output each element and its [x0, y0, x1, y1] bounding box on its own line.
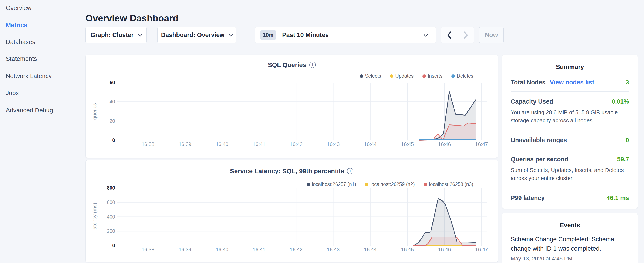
x-tick-label: 16:38: [142, 247, 154, 252]
y-tick-label: 200: [107, 228, 115, 234]
sql-queries-chart-card: SQL Queries i SelectsUpdatesInsertsDelet…: [86, 55, 498, 158]
summary-row-label: P99 latency: [511, 194, 545, 201]
sidebar-item-overview[interactable]: Overview: [6, 4, 32, 12]
service-latency-chart-card: Service Latency: SQL, 99th percentile i …: [86, 160, 498, 262]
sidebar-item-advanced-debug[interactable]: Advanced Debug: [6, 106, 53, 114]
y-tick-label: 600: [107, 200, 115, 205]
toolbar-divider: [244, 28, 245, 42]
summary-row-value: 0: [626, 137, 629, 144]
service-latency-sql-99th-percentile-svg: 16:3816:3916:4016:4116:4216:4316:4416:45…: [86, 160, 498, 263]
x-tick-label: 16:43: [327, 247, 340, 252]
chevron-left-icon: [446, 31, 452, 39]
summary-row-total-nodes: Total Nodes View nodes list 3: [511, 73, 629, 92]
event-list-item[interactable]: Schema Change Completed: Schema change w…: [502, 229, 638, 262]
summary-row-unavailable-ranges: Unavailable ranges 0: [511, 130, 629, 149]
x-tick-label: 16:41: [253, 141, 266, 147]
y-tick-label: 400: [107, 214, 115, 220]
summary-row-p99-latency: P99 latency 46.1 ms: [511, 188, 629, 207]
sidebar-item-databases[interactable]: Databases: [6, 38, 35, 46]
x-tick-label: 16:47: [475, 141, 488, 147]
summary-row-description: Sum of Selects, Updates, Inserts, and De…: [511, 166, 629, 182]
x-tick-label: 16:45: [401, 141, 414, 147]
summary-row-queries-per-second: Queries per second 59.7 Sum of Selects, …: [511, 149, 629, 188]
summary-row-value: 3: [626, 79, 629, 86]
dashboard-dropdown-label: Dashboard: Overview: [161, 32, 224, 39]
chevron-down-icon: [423, 34, 428, 37]
x-tick-label: 16:46: [438, 141, 451, 147]
summary-row-label: Queries per second: [511, 156, 568, 163]
time-range-badge: 10m: [260, 31, 276, 40]
x-tick-label: 16:47: [475, 247, 488, 252]
x-tick-label: 16:44: [364, 247, 377, 252]
y-axis-title: queries: [92, 103, 98, 120]
page-title: Overview Dashboard: [86, 13, 178, 24]
x-tick-label: 16:39: [178, 141, 191, 147]
chevron-down-icon: [228, 32, 233, 37]
x-tick-label: 16:43: [327, 141, 340, 147]
summary-row-value: 59.7: [617, 156, 629, 163]
y-tick-label: 0: [112, 137, 115, 143]
dashboard-dropdown[interactable]: Dashboard: Overview: [157, 27, 236, 43]
summary-panel-title: Summary: [502, 55, 638, 70]
graph-scope-dropdown[interactable]: Graph: Cluster: [86, 27, 147, 43]
x-tick-label: 16:41: [253, 247, 266, 252]
time-range-label: Past 10 Minutes: [282, 32, 423, 39]
summary-row-capacity-used: Capacity Used 0.01% You are using 28.6 M…: [511, 92, 629, 130]
y-tick-label: 20: [110, 118, 115, 124]
x-tick-label: 16:42: [290, 141, 302, 147]
x-tick-label: 16:42: [290, 247, 302, 252]
view-nodes-list-link[interactable]: View nodes list: [550, 79, 594, 86]
x-tick-label: 16:40: [216, 247, 228, 252]
sidebar-item-statements[interactable]: Statements: [6, 55, 37, 63]
graph-scope-dropdown-label: Graph: Cluster: [90, 32, 134, 39]
x-tick-label: 16:40: [216, 141, 228, 147]
sidebar-item-jobs[interactable]: Jobs: [6, 89, 19, 97]
x-tick-label: 16:45: [401, 247, 414, 252]
summary-row-label: Total Nodes: [511, 79, 546, 86]
x-tick-label: 16:46: [438, 247, 451, 252]
time-range-picker[interactable]: 10m Past 10 Minutes: [255, 27, 436, 43]
sidebar: Overview Metrics Databases Statements Ne…: [0, 0, 81, 263]
summary-row-value: 0.01%: [612, 98, 629, 105]
y-tick-label: 800: [107, 185, 115, 191]
sql-queries-svg: 16:3816:3916:4016:4116:4216:4316:4416:45…: [86, 55, 498, 158]
summary-row-label: Capacity Used: [511, 98, 553, 105]
summary-panel: Summary Total Nodes View nodes list 3 Ca…: [502, 55, 638, 209]
chevron-down-icon: [138, 32, 142, 37]
time-step-back-button[interactable]: [441, 28, 458, 43]
event-text: Schema Change Completed: Schema change w…: [511, 235, 629, 253]
summary-row-value: 46.1 ms: [606, 194, 629, 201]
chevron-right-icon: [463, 31, 468, 39]
time-step-forward-button[interactable]: [458, 28, 474, 43]
sidebar-item-network-latency[interactable]: Network Latency: [6, 72, 52, 80]
x-tick-label: 16:39: [178, 247, 191, 252]
y-tick-label: 60: [110, 80, 115, 85]
y-axis-title: latency (ms): [92, 203, 98, 231]
summary-row-description: You are using 28.6 MiB of 515.9 GiB usab…: [511, 109, 629, 124]
time-step-buttons: [441, 27, 474, 43]
x-tick-label: 16:38: [142, 141, 154, 147]
y-tick-label: 40: [110, 99, 115, 105]
now-button[interactable]: Now: [479, 27, 504, 43]
y-tick-label: 0: [112, 243, 115, 248]
events-panel: Events Schema Change Completed: Schema c…: [502, 213, 638, 263]
summary-row-label: Unavailable ranges: [511, 137, 567, 144]
events-panel-title: Events: [502, 213, 638, 229]
sidebar-item-metrics[interactable]: Metrics: [6, 21, 28, 29]
x-tick-label: 16:44: [364, 141, 377, 147]
event-timestamp: May 13, 2020 at 4:45 PM: [511, 255, 629, 262]
